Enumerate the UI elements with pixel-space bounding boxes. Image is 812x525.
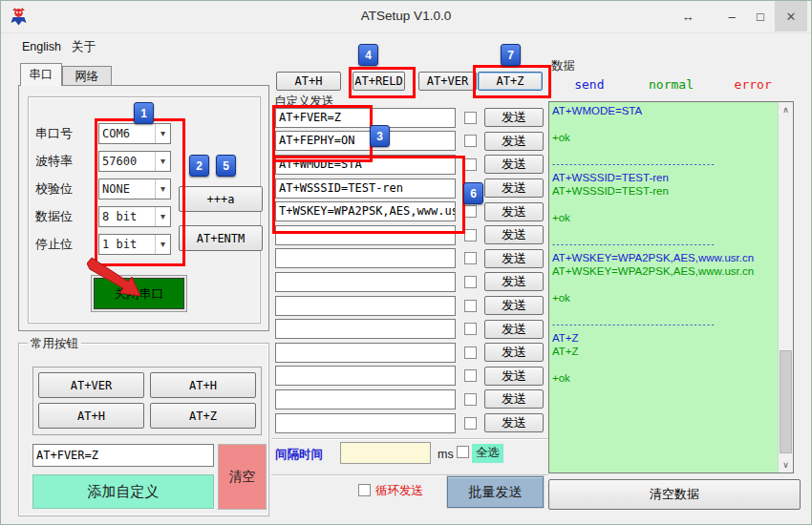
row-checkbox[interactable] <box>464 323 477 335</box>
annotation-badge: 1 <box>134 102 154 124</box>
menu-about[interactable]: 关于 <box>68 37 99 56</box>
send-button[interactable]: 发送 <box>484 155 544 174</box>
clear-data-button[interactable]: 清空数据 <box>548 479 801 510</box>
chevron-down-icon[interactable]: ▾ <box>155 207 170 226</box>
close-icon[interactable]: ✕ <box>775 1 807 32</box>
tab-serial[interactable]: 串口 <box>20 63 62 86</box>
log-line: -------------------------------------- <box>552 318 778 331</box>
row-checkbox[interactable] <box>464 300 477 312</box>
quick-at-h-button[interactable]: AT+H <box>276 72 341 91</box>
row-checkbox[interactable] <box>464 229 477 242</box>
log-line <box>552 144 778 158</box>
quick-at-reld-button[interactable]: AT+RELD <box>353 72 405 91</box>
command-input[interactable] <box>275 272 456 292</box>
row-checkbox[interactable] <box>464 135 477 147</box>
command-input[interactable] <box>275 296 456 316</box>
common-at-button[interactable]: AT+H <box>150 372 256 398</box>
title-bar: ATSetup V1.0.0 ↔ – □ ✕ <box>1 1 811 33</box>
restore-icon[interactable]: ↔ <box>673 1 702 32</box>
log-line: AT+Z <box>552 345 778 358</box>
command-input[interactable] <box>275 343 456 363</box>
row-checkbox[interactable] <box>464 417 477 430</box>
combo-select[interactable]: NONE ▾ <box>98 178 171 200</box>
data-legend: send normal error <box>548 77 794 92</box>
custom-send-row: 发送 <box>275 294 544 318</box>
send-button[interactable]: 发送 <box>484 225 544 244</box>
command-input[interactable]: AT+WMODE=STA <box>275 155 456 175</box>
command-input[interactable]: AT+FVER=Z <box>275 108 456 128</box>
combo-select[interactable]: 57600 ▾ <box>98 151 171 172</box>
row-checkbox[interactable] <box>464 346 477 359</box>
command-input[interactable] <box>275 248 456 268</box>
command-input[interactable] <box>275 225 456 245</box>
combo-select[interactable]: COM6 ▾ <box>98 123 171 144</box>
send-button[interactable]: 发送 <box>484 202 544 221</box>
clear-input-button[interactable]: 清空 <box>218 444 267 510</box>
combo-value: 8 bit <box>99 210 155 223</box>
batch-send-button[interactable]: 批量发送 <box>447 476 544 508</box>
maximize-icon[interactable]: □ <box>746 1 775 32</box>
command-input[interactable]: AT+WSSSID=TEST-ren <box>275 178 456 199</box>
scrollbar-thumb[interactable] <box>780 350 792 453</box>
send-button[interactable]: 发送 <box>484 272 544 291</box>
chevron-down-icon[interactable]: ▾ <box>155 124 170 143</box>
quick-at-z-button[interactable]: AT+Z <box>478 72 543 91</box>
interval-label: 间隔时间 <box>275 447 323 463</box>
send-button[interactable]: 发送 <box>484 108 544 127</box>
send-button[interactable]: 发送 <box>484 367 544 386</box>
setting-label: 校验位 <box>35 180 98 198</box>
log-line: AT+Z <box>552 331 778 345</box>
send-button[interactable]: 发送 <box>484 296 544 315</box>
send-button[interactable]: 发送 <box>484 413 544 432</box>
row-checkbox[interactable] <box>464 393 477 406</box>
scroll-down-icon[interactable]: ∨ <box>779 457 793 472</box>
combo-select[interactable]: 1 bit ▾ <box>98 234 171 255</box>
custom-command-input[interactable]: AT+FVER=Z <box>32 444 214 467</box>
quick-at-ver-button[interactable]: AT+VER <box>418 72 477 91</box>
command-input[interactable] <box>275 319 456 339</box>
log-scrollbar[interactable]: ∧ ∨ <box>778 102 793 472</box>
plus-plus-plus-a-button[interactable]: +++a <box>179 186 263 212</box>
interval-input[interactable] <box>340 442 431 464</box>
send-button[interactable]: 发送 <box>484 178 544 198</box>
send-button[interactable]: 发送 <box>484 320 544 339</box>
combo-select[interactable]: 8 bit ▾ <box>98 206 171 227</box>
tab-network[interactable]: 网络 <box>62 66 112 86</box>
command-input[interactable]: AT+FEPHY=ON <box>275 131 456 151</box>
row-checkbox[interactable] <box>464 112 477 124</box>
chevron-down-icon[interactable]: ▾ <box>155 235 170 254</box>
row-checkbox[interactable] <box>464 369 477 382</box>
row-checkbox[interactable] <box>464 276 477 288</box>
common-at-button[interactable]: AT+H <box>38 403 144 429</box>
send-button[interactable]: 发送 <box>484 343 544 362</box>
combo-value: 57600 <box>99 155 155 168</box>
row-checkbox[interactable] <box>464 158 477 171</box>
at-entm-button[interactable]: AT+ENTM <box>179 225 263 251</box>
command-input[interactable] <box>275 413 456 433</box>
row-checkbox[interactable] <box>464 205 477 218</box>
command-input[interactable] <box>275 389 456 410</box>
add-custom-button[interactable]: 添加自定义 <box>32 474 214 509</box>
loop-send-checkbox[interactable] <box>358 484 371 496</box>
custom-send-row: AT+FEPHY=ON 发送 <box>275 130 544 154</box>
select-all-checkbox[interactable] <box>457 446 469 458</box>
custom-send-row: 发送 <box>275 388 544 411</box>
log-line <box>552 224 778 238</box>
row-checkbox[interactable] <box>464 252 477 264</box>
legend-label: send <box>548 77 630 92</box>
chevron-down-icon[interactable]: ▾ <box>155 179 170 199</box>
common-at-button[interactable]: AT+VER <box>38 372 144 398</box>
custom-send-row: AT+WSSSID=TEST-ren 发送 <box>275 177 544 200</box>
chevron-down-icon[interactable]: ▾ <box>155 152 170 171</box>
common-at-button[interactable]: AT+Z <box>150 403 256 429</box>
send-button[interactable]: 发送 <box>484 132 544 151</box>
send-button[interactable]: 发送 <box>484 249 544 268</box>
send-button[interactable]: 发送 <box>484 389 544 409</box>
scroll-up-icon[interactable]: ∧ <box>779 102 793 117</box>
select-all-label: 全选 <box>472 444 503 463</box>
minimize-icon[interactable]: – <box>717 1 746 32</box>
command-input[interactable]: T+WSKEY=WPA2PSK,AES,www.usr.cn <box>275 201 456 221</box>
menu-english[interactable]: English <box>18 37 65 56</box>
command-input[interactable] <box>275 366 456 386</box>
window-controls: ↔ – □ ✕ <box>673 1 807 32</box>
